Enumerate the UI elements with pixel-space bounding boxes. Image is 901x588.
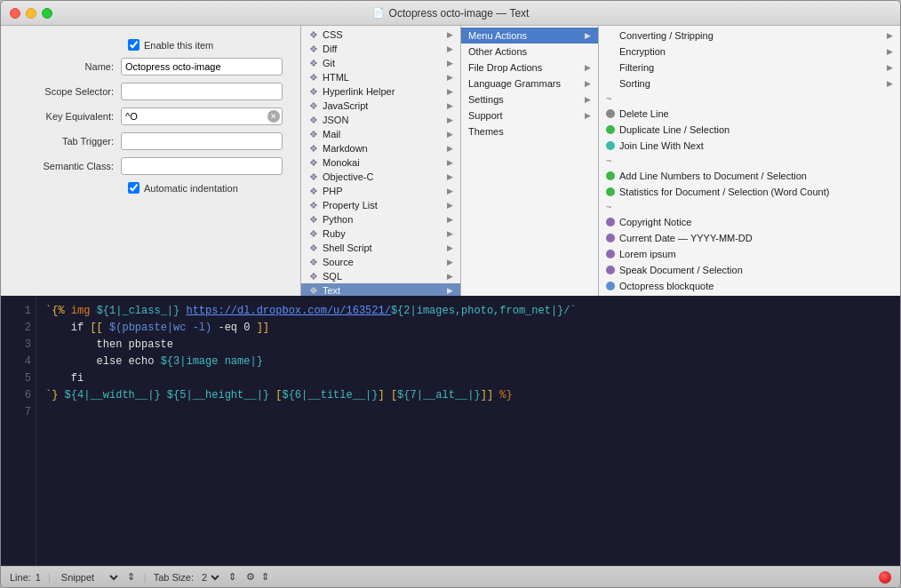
file-icon: ❖ bbox=[308, 143, 319, 154]
semantic-label: Semantic Class: bbox=[19, 161, 121, 171]
file-icon: ❖ bbox=[308, 86, 319, 97]
line-num: 4 bbox=[5, 354, 31, 370]
key-input-wrapper: ✕ bbox=[121, 107, 283, 125]
name-row: Name: bbox=[19, 58, 283, 75]
file-list-item[interactable]: ❖ Text ▶ bbox=[301, 283, 460, 296]
menu-item-label: Support bbox=[468, 110, 503, 121]
menu-list-item[interactable]: File Drop Actions ▶ bbox=[461, 60, 598, 75]
record-button[interactable] bbox=[879, 571, 891, 584]
command-dot bbox=[606, 218, 615, 226]
file-item-label: JSON bbox=[323, 115, 348, 125]
arrow-icon: ▶ bbox=[447, 158, 453, 167]
scope-input[interactable] bbox=[121, 83, 283, 100]
file-item-label: Source bbox=[323, 257, 354, 267]
file-icon: ❖ bbox=[308, 115, 319, 125]
command-list-item[interactable]: Octopress blockquote bbox=[599, 278, 900, 294]
code-editor[interactable]: 1 2 3 4 5 6 7 `{% img ${1|_class_|} http… bbox=[1, 296, 900, 566]
enable-row: Enable this item bbox=[19, 39, 283, 51]
file-list-item[interactable]: ❖ Python ▶ bbox=[301, 212, 460, 226]
command-list-item[interactable]: Filtering ▶ bbox=[599, 60, 900, 75]
arrow-icon: ▶ bbox=[447, 172, 453, 181]
command-list-item[interactable]: Copyright Notice bbox=[599, 214, 900, 230]
line-numbers: 1 2 3 4 5 6 7 bbox=[1, 296, 36, 566]
name-label: Name: bbox=[19, 61, 121, 72]
file-list-item[interactable]: ❖ PHP ▶ bbox=[301, 184, 460, 198]
menu-list-item[interactable]: Other Actions bbox=[461, 44, 598, 60]
code-content[interactable]: `{% img ${1|_class_|} https://dl.dropbox… bbox=[36, 296, 900, 566]
menu-list-item[interactable]: Menu Actions ▶ bbox=[461, 28, 598, 44]
tab-size-select[interactable]: 2 4 8 bbox=[198, 571, 222, 584]
tab-row: Tab Trigger: bbox=[19, 132, 283, 150]
command-list-item[interactable]: Encryption ▶ bbox=[599, 44, 900, 60]
command-list-item[interactable]: Add Line Numbers to Document / Selection bbox=[599, 168, 900, 184]
enable-checkbox[interactable] bbox=[128, 39, 140, 51]
tab-input[interactable] bbox=[121, 132, 283, 150]
file-list-item[interactable]: ❖ Objective-C ▶ bbox=[301, 170, 460, 184]
minimize-button[interactable] bbox=[26, 8, 36, 19]
file-list-item[interactable]: ❖ CSS ▶ bbox=[301, 28, 460, 42]
file-list-item[interactable]: ❖ Ruby ▶ bbox=[301, 226, 460, 241]
file-icon: ❖ bbox=[308, 228, 319, 239]
arrow-icon: ▶ bbox=[447, 115, 453, 124]
menu-list-item[interactable]: Support ▶ bbox=[461, 107, 598, 123]
settings-icon[interactable]: ⚙ bbox=[246, 571, 255, 583]
command-list-item[interactable]: Duplicate Line / Selection bbox=[599, 122, 900, 138]
title-icon: 📄 bbox=[372, 7, 385, 19]
type-select[interactable]: Snippet Command bbox=[58, 571, 121, 584]
command-dot bbox=[606, 234, 615, 242]
command-list-item[interactable]: Sorting ▶ bbox=[599, 75, 900, 91]
line-num: 3 bbox=[5, 337, 31, 354]
file-list-item[interactable]: ❖ Mail ▶ bbox=[301, 127, 460, 141]
name-input[interactable] bbox=[121, 58, 283, 75]
command-dot bbox=[606, 109, 615, 118]
command-list-item[interactable]: Speak Document / Selection bbox=[599, 262, 900, 278]
file-item-label: Ruby bbox=[323, 228, 346, 239]
file-list-item[interactable]: ❖ Hyperlink Helper ▶ bbox=[301, 84, 460, 99]
command-list-item[interactable]: Converting / Stripping ▶ bbox=[599, 28, 900, 44]
main-window: 📄 Octopress octo-image — Text Enable thi… bbox=[0, 0, 901, 588]
arrow-icon: ▶ bbox=[447, 243, 453, 252]
clear-button[interactable]: ✕ bbox=[267, 110, 280, 123]
line-num: 6 bbox=[5, 387, 31, 404]
command-list-item[interactable]: Current Date — YYYY-MM-DD bbox=[599, 230, 900, 246]
file-icon: ❖ bbox=[308, 186, 319, 196]
file-list-item[interactable]: ❖ HTML ▶ bbox=[301, 70, 460, 84]
file-item-label: Text bbox=[323, 285, 340, 296]
status-right bbox=[879, 571, 891, 584]
file-item-label: Property List bbox=[323, 200, 378, 211]
key-input[interactable] bbox=[121, 107, 283, 125]
file-list-item[interactable]: ❖ Shell Script ▶ bbox=[301, 241, 460, 255]
traffic-lights bbox=[10, 8, 52, 19]
file-list-item[interactable]: ❖ Markdown ▶ bbox=[301, 141, 460, 155]
file-list-item[interactable]: ❖ SQL ▶ bbox=[301, 269, 460, 283]
file-icon: ❖ bbox=[308, 100, 319, 111]
status-divider-2: | bbox=[144, 572, 147, 583]
code-line-6: `} ${4|__width__|} ${5|__height__|} [${6… bbox=[45, 387, 891, 404]
command-list-item[interactable]: Lorem ipsum bbox=[599, 246, 900, 262]
semantic-row: Semantic Class: bbox=[19, 157, 283, 175]
file-list-item[interactable]: ❖ Monokai ▶ bbox=[301, 155, 460, 170]
command-list-item[interactable]: Join Line With Next bbox=[599, 138, 900, 154]
semantic-input[interactable] bbox=[121, 157, 283, 175]
menu-arrow-icon: ▶ bbox=[585, 111, 591, 120]
auto-indent-checkbox[interactable] bbox=[128, 182, 140, 194]
command-list-item[interactable]: Statistics for Document / Selection (Wor… bbox=[599, 184, 900, 200]
menu-list-item[interactable]: Language Grammars ▶ bbox=[461, 75, 598, 91]
file-list-item[interactable]: ❖ JavaScript ▶ bbox=[301, 99, 460, 113]
file-list-item[interactable]: ❖ JSON ▶ bbox=[301, 113, 460, 127]
arrow-icon: ▶ bbox=[447, 215, 453, 224]
arrow-icon: ▶ bbox=[447, 187, 453, 195]
status-bar: Line: 1 | Snippet Command ⇕ | Tab Size: … bbox=[1, 566, 900, 587]
maximize-button[interactable] bbox=[42, 8, 52, 19]
file-list-item[interactable]: ❖ Diff ▶ bbox=[301, 42, 460, 56]
file-list-item[interactable]: ❖ Property List ▶ bbox=[301, 198, 460, 212]
file-list-item[interactable]: ❖ Git ▶ bbox=[301, 56, 460, 70]
code-line-4: else echo ${3|image name|} bbox=[45, 354, 891, 370]
command-list-item[interactable]: Delete Line bbox=[599, 106, 900, 122]
close-button[interactable] bbox=[10, 8, 20, 19]
file-item-label: Git bbox=[323, 58, 335, 68]
menu-list-item[interactable]: Themes bbox=[461, 123, 598, 139]
menu-list-item[interactable]: Settings ▶ bbox=[461, 91, 598, 107]
file-list-item[interactable]: ❖ Source ▶ bbox=[301, 255, 460, 269]
command-dot bbox=[606, 266, 615, 274]
